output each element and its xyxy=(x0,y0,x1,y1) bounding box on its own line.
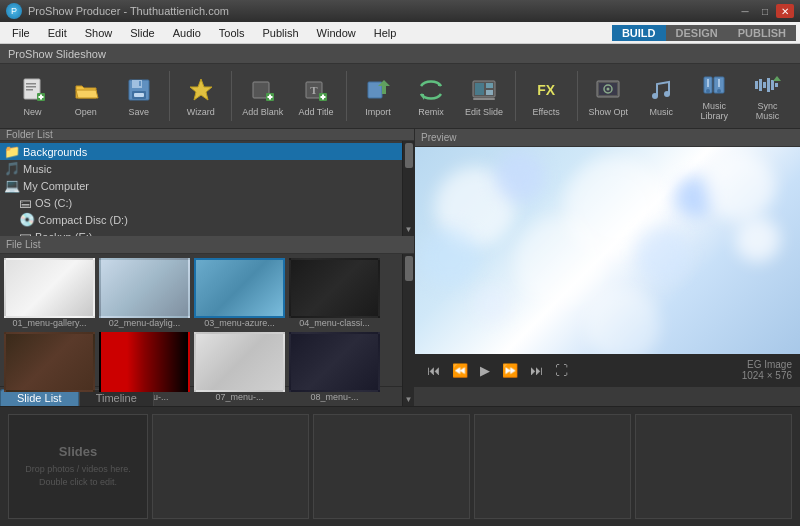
svg-text:T: T xyxy=(310,84,318,96)
svg-rect-42 xyxy=(763,82,766,88)
svg-marker-12 xyxy=(190,79,212,100)
effects-button[interactable]: FX Effects xyxy=(522,68,571,124)
add-title-button[interactable]: T Add Title xyxy=(291,68,340,124)
skip-fwd-button[interactable]: ⏭ xyxy=(526,361,547,380)
prev-button[interactable]: ⏪ xyxy=(448,361,472,380)
folder-list-header: Folder List xyxy=(0,129,414,141)
menu-show[interactable]: Show xyxy=(77,25,121,41)
file-thumb-5 xyxy=(4,332,95,392)
svg-rect-45 xyxy=(775,83,778,87)
file-item-3[interactable]: 03_menu-azure... xyxy=(194,258,285,328)
next-button[interactable]: ⏩ xyxy=(498,361,522,380)
folder-item-e[interactable]: 🖴 Backup (E:) xyxy=(0,228,402,236)
close-button[interactable]: ✕ xyxy=(776,4,794,18)
slide-slot-4[interactable] xyxy=(474,414,631,519)
main-content: Folder List 📁 Backgrounds 🎵 Music 💻 My C… xyxy=(0,129,800,386)
menu-slide[interactable]: Slide xyxy=(122,25,162,41)
show-opt-label: Show Opt xyxy=(588,108,628,118)
menu-help[interactable]: Help xyxy=(366,25,405,41)
folder-label: My Computer xyxy=(23,180,89,192)
file-item-1[interactable]: 01_menu-gallery... xyxy=(4,258,95,328)
music-library-label: Music Library xyxy=(692,102,737,122)
file-scroll-thumb[interactable] xyxy=(405,256,413,281)
slides-label: Slides xyxy=(59,444,97,459)
svg-point-33 xyxy=(607,88,610,91)
svg-rect-6 xyxy=(38,96,43,98)
show-opt-icon xyxy=(592,74,624,106)
file-scrollbar[interactable]: ▼ xyxy=(402,254,414,406)
menu-file[interactable]: File xyxy=(4,25,38,41)
slides-drop-zone[interactable]: Slides Drop photos / videos here.Double … xyxy=(8,414,148,519)
file-item-8[interactable]: 08_menu-... xyxy=(289,332,380,402)
menu-bar: File Edit Show Slide Audio Tools Publish… xyxy=(0,22,800,44)
file-item-7[interactable]: 07_menu-... xyxy=(194,332,285,402)
music-button[interactable]: Music xyxy=(637,68,686,124)
add-blank-button[interactable]: Add Blank xyxy=(238,68,287,124)
menu-edit[interactable]: Edit xyxy=(40,25,75,41)
folder-item-c[interactable]: 🖴 OS (C:) xyxy=(0,194,402,211)
mode-publish-button[interactable]: PUBLISH xyxy=(728,25,796,41)
svg-point-35 xyxy=(664,91,670,97)
svg-rect-3 xyxy=(26,89,33,91)
folder-scroll-thumb[interactable] xyxy=(405,143,413,168)
sync-music-button[interactable]: Sync Music xyxy=(743,68,792,124)
import-button[interactable]: Import xyxy=(353,68,402,124)
mode-build-button[interactable]: BUILD xyxy=(612,25,666,41)
folder-label: Compact Disc (D:) xyxy=(38,214,128,226)
toolbar-separator-3 xyxy=(346,71,347,121)
menu-window[interactable]: Window xyxy=(309,25,364,41)
svg-marker-24 xyxy=(420,94,424,100)
music-label: Music xyxy=(650,108,674,118)
file-label-4: 04_menu-classi... xyxy=(289,318,380,328)
edit-slide-label: Edit Slide xyxy=(465,108,503,118)
maximize-button[interactable]: □ xyxy=(756,4,774,18)
new-button[interactable]: New xyxy=(8,68,57,124)
svg-rect-41 xyxy=(759,79,762,91)
file-scroll-down[interactable]: ▼ xyxy=(405,395,413,404)
scroll-down-arrow[interactable]: ▼ xyxy=(405,225,413,234)
menu-tools[interactable]: Tools xyxy=(211,25,253,41)
toolbar-separator-5 xyxy=(577,71,578,121)
project-title: ProShow Slideshow xyxy=(8,48,106,60)
file-item-2[interactable]: 02_menu-daylig... xyxy=(99,258,190,328)
wizard-label: Wizard xyxy=(187,108,215,118)
svg-point-37 xyxy=(706,89,710,93)
folder-scrollbar[interactable]: ▼ xyxy=(402,141,414,236)
open-button[interactable]: Open xyxy=(61,68,110,124)
computer-icon: 💻 xyxy=(4,178,20,193)
title-bar: P ProShow Producer - Thuthuattienich.com… xyxy=(0,0,800,22)
preview-info-size: 1024 × 576 xyxy=(742,370,792,381)
file-item-6[interactable]: 06_menu-... xyxy=(99,332,190,402)
file-item-5[interactable]: 05_menu-... xyxy=(4,332,95,402)
skip-back-button[interactable]: ⏮ xyxy=(423,361,444,380)
folder-item-mycomputer[interactable]: 💻 My Computer xyxy=(0,177,402,194)
slide-slot-3[interactable] xyxy=(313,414,470,519)
slide-slot-5[interactable] xyxy=(635,414,792,519)
play-button[interactable]: ▶ xyxy=(476,361,494,380)
save-button[interactable]: Save xyxy=(114,68,163,124)
mode-design-button[interactable]: DESIGN xyxy=(666,25,728,41)
show-opt-button[interactable]: Show Opt xyxy=(584,68,633,124)
toolbar-separator-1 xyxy=(169,71,170,121)
slides-hint: Drop photos / videos here.Double click t… xyxy=(25,463,131,488)
right-panel: Preview ⏮ ⏪ ▶ ⏩ ⏭ ⛶ xyxy=(415,129,800,386)
folder-item-d[interactable]: 💿 Compact Disc (D:) xyxy=(0,211,402,228)
folder-item-backgrounds[interactable]: 📁 Backgrounds xyxy=(0,143,402,160)
slide-slot-2[interactable] xyxy=(152,414,309,519)
file-thumb-7 xyxy=(194,332,285,392)
add-blank-label: Add Blank xyxy=(242,108,283,118)
folder-icon: 📁 xyxy=(4,144,20,159)
folder-item-music[interactable]: 🎵 Music xyxy=(0,160,402,177)
menu-publish[interactable]: Publish xyxy=(255,25,307,41)
file-item-4[interactable]: 04_menu-classi... xyxy=(289,258,380,328)
preview-label: Preview xyxy=(421,132,457,143)
minimize-button[interactable]: ─ xyxy=(736,4,754,18)
drive-icon: 🖴 xyxy=(19,229,32,236)
edit-slide-button[interactable]: Edit Slide xyxy=(460,68,509,124)
music-library-button[interactable]: Music Library xyxy=(690,68,739,124)
wizard-button[interactable]: Wizard xyxy=(176,68,225,124)
file-thumb-8 xyxy=(289,332,380,392)
remix-button[interactable]: Remix xyxy=(406,68,455,124)
expand-button[interactable]: ⛶ xyxy=(551,361,572,380)
menu-audio[interactable]: Audio xyxy=(165,25,209,41)
